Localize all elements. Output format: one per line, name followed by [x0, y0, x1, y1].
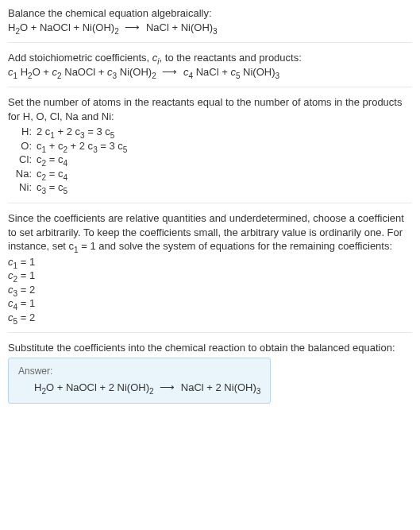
text: = 1 and solve the system of equations fo…: [79, 240, 392, 252]
subscript: 3: [256, 387, 261, 396]
t: = 3 c: [98, 140, 123, 152]
coeff-line: c1 = 1: [8, 255, 412, 269]
subscript: 3: [275, 71, 279, 79]
eq-part: Ni(OH): [240, 66, 275, 78]
arrow-icon: ⟶: [156, 381, 178, 395]
atoms-row-ni: Ni: c3 = c5: [11, 180, 412, 195]
element-eq: c1 + c2 + 2 c3 = 3 c5: [37, 139, 127, 153]
eq-part: NaCl +: [193, 66, 230, 78]
eq-part: NaOCl +: [62, 66, 107, 78]
eq-part: NaCl + 2 Ni(OH): [181, 381, 256, 393]
val: = 1: [17, 269, 35, 281]
t: + c: [46, 140, 63, 152]
section-answer: Substitute the coefficients into the che…: [8, 341, 412, 403]
atoms-row-cl: Cl: c2 = c4: [11, 153, 412, 167]
element-label: Cl:: [11, 153, 37, 167]
text: Add stoichiometric coefficients,: [8, 52, 152, 64]
element-eq: c2 = c4: [37, 153, 67, 167]
section-balance-intro: Balance the chemical equation algebraica…: [8, 6, 412, 43]
coeff-equation: c1 H2O + c2 NaOCl + c3 Ni(OH)2 ⟶ c4 NaCl…: [8, 65, 412, 79]
element-label: Ni:: [11, 180, 37, 195]
section-text: Since the coefficients are relative quan…: [8, 211, 412, 253]
answer-label: Answer:: [18, 365, 260, 377]
coeff-line: c5 = 2: [8, 311, 412, 325]
balanced-equation: H2O + NaOCl + 2 Ni(OH)2 ⟶ NaCl + 2 Ni(OH…: [18, 381, 260, 395]
eq-part: O + NaOCl + Ni(OH): [20, 21, 114, 33]
section-atom-balance: Set the number of atoms in the reactants…: [8, 95, 412, 203]
element-label: Na:: [11, 167, 37, 181]
t: + 2 c: [67, 140, 93, 152]
atoms-row-na: Na: c2 = c4: [11, 167, 412, 181]
subscript: 3: [213, 26, 218, 35]
answer-box: Answer: H2O + NaOCl + 2 Ni(OH)2 ⟶ NaCl +…: [8, 358, 271, 404]
subscript: 2: [114, 26, 119, 35]
subscript: 2: [149, 387, 154, 396]
subscript: 5: [123, 145, 128, 153]
section-text: Substitute the coefficients into the che…: [8, 341, 412, 355]
eq-part: O + NaOCl + 2 Ni(OH): [46, 381, 149, 393]
section-title: Balance the chemical equation algebraica…: [8, 6, 412, 21]
arrow-icon: ⟶: [159, 65, 180, 79]
val: = 2: [17, 311, 35, 323]
element-eq: 2 c1 + 2 c3 = 3 c5: [37, 125, 114, 139]
coeff-line: c3 = 2: [8, 283, 412, 297]
unbalanced-equation: H2O + NaOCl + Ni(OH)2 ⟶ NaCl + Ni(OH)3: [8, 21, 412, 35]
eq-part: O +: [33, 66, 52, 78]
coeff-line: c4 = 1: [8, 296, 412, 311]
arrow-icon: ⟶: [121, 21, 143, 35]
t: = 3 c: [85, 126, 110, 137]
eq-part: H: [17, 66, 28, 78]
atoms-row-o: O: c1 + c2 + 2 c3 = 3 c5: [11, 139, 412, 153]
section-text: Set the number of atoms in the reactants…: [8, 95, 412, 123]
coeff-line: c2 = 1: [8, 269, 412, 283]
val: = 1: [17, 297, 35, 309]
t: + 2 c: [55, 126, 80, 137]
val: = 1: [17, 256, 35, 268]
val: = 2: [17, 284, 35, 296]
element-label: O:: [11, 139, 37, 153]
eq-part: NaCl + Ni(OH): [146, 21, 213, 33]
atoms-table: H: 2 c1 + 2 c3 = 3 c5 O: c1 + c2 + 2 c3 …: [11, 125, 412, 195]
eq-part: H: [34, 381, 41, 393]
t: 2 c: [37, 126, 50, 137]
element-eq: c3 = c5: [37, 180, 67, 195]
eq-part: Ni(OH): [117, 66, 152, 78]
element-label: H:: [11, 125, 37, 139]
subscript: 2: [152, 71, 156, 79]
t: = c: [46, 153, 63, 165]
subscript: 5: [63, 187, 67, 195]
text: , to the reactants and products:: [160, 52, 302, 64]
element-eq: c2 = c4: [37, 167, 67, 181]
section-add-coefficients: Add stoichiometric coefficients, ci, to …: [8, 51, 412, 87]
coeff-list: c1 = 1 c2 = 1 c3 = 2 c4 = 1 c5 = 2: [8, 255, 412, 325]
atoms-row-h: H: 2 c1 + 2 c3 = 3 c5: [11, 125, 412, 139]
section-solve: Since the coefficients are relative quan…: [8, 211, 412, 333]
t: = c: [46, 168, 63, 180]
eq-part: H: [8, 21, 15, 33]
section-text: Add stoichiometric coefficients, ci, to …: [8, 51, 412, 65]
t: = c: [46, 181, 63, 193]
